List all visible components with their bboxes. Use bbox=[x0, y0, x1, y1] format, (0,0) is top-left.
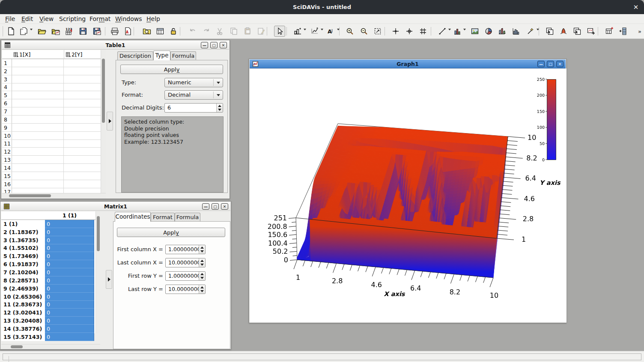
add-text-button[interactable]: AI bbox=[325, 26, 337, 37]
matrix-row[interactable]: 2 (1.18367)0 bbox=[1, 228, 95, 236]
matrix-cell-selected[interactable]: 0 bbox=[45, 260, 94, 268]
table1-titlebar[interactable]: Table1 — ▢ ✕ bbox=[2, 41, 229, 50]
matrix1-minimize-button[interactable]: — bbox=[202, 203, 209, 210]
table-row[interactable]: 9 bbox=[2, 124, 101, 132]
cell[interactable] bbox=[64, 116, 101, 124]
spin-buttons[interactable] bbox=[199, 272, 205, 280]
matrix1-close-button[interactable]: ✕ bbox=[221, 203, 228, 210]
cell[interactable] bbox=[12, 164, 64, 172]
plot3d-button[interactable] bbox=[558, 26, 569, 37]
export-pdf-button[interactable]: A bbox=[122, 26, 134, 37]
menu-file[interactable]: File bbox=[3, 14, 17, 24]
table1-panel-collapse-button[interactable] bbox=[107, 112, 113, 131]
app-close-icon[interactable]: ✕ bbox=[632, 3, 640, 11]
cell[interactable] bbox=[12, 67, 64, 75]
export-graph-button[interactable] bbox=[585, 26, 596, 37]
matrix-cell-selected[interactable]: 0 bbox=[45, 220, 94, 228]
tab-formula[interactable]: Formula bbox=[175, 213, 200, 222]
coordinate-spinbox[interactable]: 10.00000000 bbox=[165, 285, 206, 294]
results-log-button[interactable] bbox=[155, 26, 166, 37]
add-layer-dropdown-icon[interactable] bbox=[304, 29, 306, 30]
matrix-row[interactable]: 9 (2.46939)0 bbox=[1, 285, 95, 293]
cell[interactable] bbox=[64, 156, 101, 164]
matrix-row[interactable]: 14 (3.38776)0 bbox=[1, 325, 95, 333]
open-button[interactable] bbox=[36, 26, 48, 37]
import-ascii-button[interactable]: 123 bbox=[64, 26, 75, 37]
add-curve-dropdown-icon[interactable] bbox=[463, 29, 466, 30]
cell[interactable] bbox=[64, 164, 101, 172]
graph1-titlebar[interactable]: Graph1 — ▢ ✕ bbox=[250, 59, 566, 68]
apply-button[interactable]: Apply bbox=[120, 65, 223, 74]
save-template-button[interactable] bbox=[91, 26, 102, 37]
graph1-maximize-button[interactable]: ▢ bbox=[547, 61, 554, 67]
table-row[interactable]: 3 bbox=[2, 75, 101, 83]
move-points-button[interactable] bbox=[404, 26, 415, 37]
menu-format[interactable]: Format bbox=[87, 14, 113, 24]
cell[interactable] bbox=[64, 124, 101, 132]
menu-scripting[interactable]: Scripting bbox=[57, 14, 88, 24]
undo-button[interactable] bbox=[187, 26, 198, 37]
matrix1-window[interactable]: Matrix1 — ▢ ✕ 1 (1) 1 (1)02 (1.18367)03 … bbox=[0, 201, 231, 350]
project-explorer-button[interactable] bbox=[141, 26, 152, 37]
duplicate-window-button[interactable] bbox=[544, 26, 555, 37]
menu-help[interactable]: Help bbox=[144, 14, 162, 24]
decimal-digits-spinbox[interactable]: 6 bbox=[164, 103, 223, 113]
matrix-row[interactable]: 12 (3.02041)0 bbox=[1, 309, 95, 317]
add-curve-button[interactable] bbox=[452, 26, 463, 37]
matrix-cell-selected[interactable]: 0 bbox=[45, 317, 94, 325]
type-combobox[interactable]: Numeric bbox=[164, 78, 223, 87]
cell[interactable] bbox=[64, 107, 101, 116]
matrix-cell-selected[interactable]: 0 bbox=[45, 268, 94, 276]
coordinate-spinbox[interactable]: 10.00000000 bbox=[165, 258, 206, 267]
table-row[interactable]: 6 bbox=[2, 99, 101, 107]
draw-line-button[interactable] bbox=[437, 26, 448, 37]
menu-edit[interactable]: Edit bbox=[19, 14, 35, 24]
tab-description[interactable]: Description bbox=[117, 51, 153, 60]
cell[interactable] bbox=[12, 75, 64, 83]
zoom-out-button[interactable] bbox=[358, 26, 370, 37]
remove-points-button[interactable] bbox=[417, 26, 429, 37]
cell[interactable] bbox=[64, 99, 101, 107]
matrix-row[interactable]: 5 (1.73469)0 bbox=[1, 252, 95, 260]
new-window-dropdown-icon[interactable] bbox=[30, 29, 33, 30]
cell[interactable] bbox=[12, 180, 64, 188]
matrix-cell-selected[interactable]: 0 bbox=[45, 293, 94, 301]
redo-button[interactable] bbox=[201, 26, 212, 37]
plot3d-bars-button[interactable] bbox=[497, 26, 508, 37]
wand-dropdown-icon[interactable] bbox=[537, 29, 539, 30]
table-row[interactable]: 14 bbox=[2, 164, 101, 172]
matrix-column-header[interactable]: 1 (1) bbox=[45, 211, 94, 220]
matrix1-grid[interactable]: 1 (1) 1 (1)02 (1.18367)03 (1.36735)04 (1… bbox=[1, 211, 95, 333]
cell[interactable] bbox=[12, 107, 64, 116]
cell[interactable] bbox=[12, 172, 64, 180]
add-image-button[interactable] bbox=[469, 26, 480, 37]
cell[interactable] bbox=[64, 59, 101, 67]
matrix-row[interactable]: 3 (1.36735)0 bbox=[1, 236, 95, 244]
cell[interactable] bbox=[64, 83, 101, 91]
tab-format[interactable]: Format bbox=[151, 213, 175, 222]
matrix-row[interactable]: 8 (2.28571)0 bbox=[1, 276, 95, 285]
table-row[interactable]: 5 bbox=[2, 91, 101, 99]
draw-line-dropdown-icon[interactable] bbox=[448, 29, 451, 30]
pick-data-button[interactable] bbox=[390, 26, 401, 37]
spin-buttons[interactable] bbox=[199, 285, 205, 294]
matrix-row[interactable]: 7 (2.10204)0 bbox=[1, 268, 95, 276]
cell[interactable] bbox=[12, 91, 64, 99]
matrix-cell-selected[interactable]: 0 bbox=[45, 276, 94, 285]
cell[interactable] bbox=[12, 124, 64, 132]
pointer-button[interactable] bbox=[274, 26, 285, 37]
table1-vertical-scrollbar[interactable] bbox=[101, 50, 106, 193]
matrix1-maximize-button[interactable]: ▢ bbox=[212, 203, 219, 210]
table-row[interactable]: 13 bbox=[2, 156, 101, 164]
table-row[interactable]: 15 bbox=[2, 172, 101, 180]
apply-button[interactable]: Apply bbox=[117, 228, 225, 237]
coordinate-spinbox[interactable]: 1.000000000 bbox=[165, 245, 206, 254]
matrix-cell-selected[interactable]: 0 bbox=[45, 244, 94, 252]
print-button[interactable] bbox=[109, 26, 120, 37]
add-layer-button[interactable] bbox=[292, 26, 303, 37]
menu-windows[interactable]: Windows bbox=[113, 14, 144, 24]
matrix-cell-selected[interactable]: 0 bbox=[45, 252, 94, 260]
cell[interactable] bbox=[12, 140, 64, 148]
cell[interactable] bbox=[64, 140, 101, 148]
column-header-2y[interactable]: 2[Y] bbox=[64, 50, 101, 59]
